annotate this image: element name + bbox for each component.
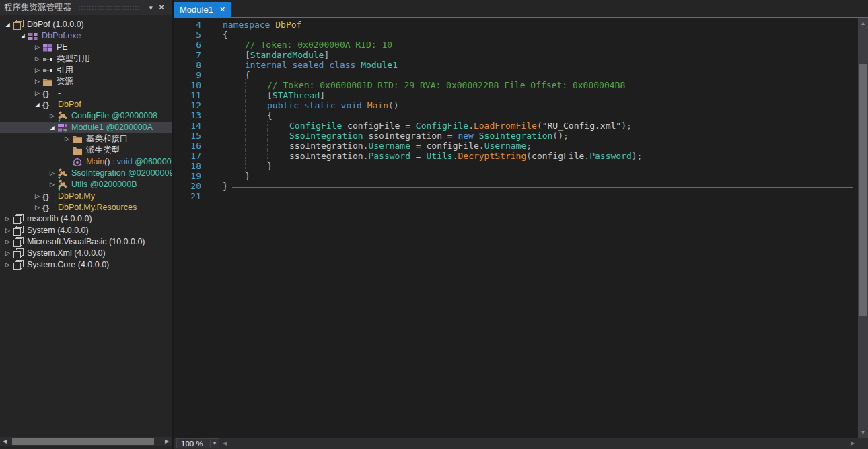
expander-icon[interactable]: ▷: [47, 110, 57, 122]
assembly-tree[interactable]: ◢DbPof (1.0.0.0)◢DbPof.exe▷PE▷类型引用▷引用▷资源…: [0, 15, 172, 434]
expander-icon[interactable]: ▷: [32, 76, 42, 88]
scroll-left-icon[interactable]: ◀: [0, 437, 9, 446]
scrollbar-thumb[interactable]: [859, 64, 867, 316]
expander-icon[interactable]: ▷: [32, 191, 42, 202]
expander-icon[interactable]: ◢: [32, 99, 42, 110]
scroll-down-icon[interactable]: ▼: [858, 427, 868, 438]
line-number: 13: [174, 110, 211, 120]
tab-label: Module1: [180, 5, 213, 15]
tree-item-pe[interactable]: ▷PE: [0, 42, 172, 53]
zoom-select[interactable]: 100 % ▾: [176, 438, 219, 448]
class-icon: [57, 180, 69, 191]
tree-item-module1[interactable]: ◢Module1 @0200000A: [0, 122, 172, 133]
line-number: 16: [174, 141, 211, 151]
expander-icon[interactable]: ▷: [3, 236, 13, 248]
tree-item-dbpof-exe[interactable]: ◢DbPof.exe: [0, 30, 172, 42]
code-text: }: [211, 181, 228, 191]
expander-icon[interactable]: ▷: [62, 133, 72, 145]
close-icon[interactable]: ✕: [155, 1, 168, 14]
assembly-tan-icon: [13, 20, 24, 30]
tab-close-icon[interactable]: ✕: [219, 5, 225, 14]
panel-drag-grip[interactable]: [78, 5, 141, 11]
chevron-down-icon[interactable]: ▾: [146, 1, 155, 14]
scrollbar-corner: [858, 438, 868, 449]
code-line: 14ConfigFile configFile = ConfigFile.Loa…: [174, 120, 858, 131]
expander-icon[interactable]: ▷: [47, 179, 57, 191]
tree-item-label: System.Core (4.0.0.0): [24, 259, 109, 271]
expander-icon[interactable]: ◢: [47, 122, 57, 133]
tree-horizontal-scrollbar[interactable]: ◀ ▶: [0, 437, 172, 446]
tree-item-label: System (4.0.0.0): [24, 225, 89, 236]
tree-item-system-core[interactable]: ▷System.Core (4.0.0.0): [0, 259, 172, 271]
tree-item-system-xml[interactable]: ▷System.Xml (4.0.0.0): [0, 248, 172, 259]
code-content: internal sealed class Module1: [211, 60, 858, 70]
editor-horizontal-scrollbar[interactable]: [230, 439, 847, 448]
code-line: 15SsoIntegration ssoIntegration = new Ss…: [174, 131, 858, 141]
line-number: 11: [174, 90, 211, 100]
code-line: 20}: [174, 181, 858, 191]
editor-vertical-scrollbar[interactable]: ▲ ▼: [858, 18, 868, 438]
code-line: 9{: [174, 70, 858, 80]
tree-item-resources[interactable]: ▷资源: [0, 76, 172, 88]
code-line: 8internal sealed class Module1: [174, 60, 858, 70]
module-class-icon: [57, 123, 69, 133]
tree-item-label: PE: [54, 42, 68, 53]
decompiled-code-view[interactable]: 4namespace DbPof5{6// Token: 0x0200000A …: [174, 18, 858, 438]
expander-icon[interactable]: ▷: [32, 42, 42, 53]
tree-item-namespace-dbpof-my-resources[interactable]: ▷{}DbPof.My.Resources: [0, 202, 172, 213]
namespace-icon: {}: [42, 203, 55, 213]
code-text: ConfigFile configFile = ConfigFile.LoadF…: [211, 120, 632, 131]
tree-item-ssointegration[interactable]: ▷SsoIntegration @02000009: [0, 168, 172, 179]
folder-icon: [72, 145, 83, 156]
line-number: 20: [174, 181, 211, 191]
tree-item-references[interactable]: ▷引用: [0, 65, 172, 76]
tree-item-mscorlib[interactable]: ▷mscorlib (4.0.0.0): [0, 213, 172, 225]
tree-item-derived-types[interactable]: 派生类型: [0, 145, 172, 156]
scrollbar-track[interactable]: [9, 437, 162, 446]
scroll-right-icon[interactable]: ▶: [162, 437, 172, 446]
scroll-left-icon[interactable]: ◀: [219, 440, 230, 446]
expander-icon[interactable]: ▷: [3, 213, 13, 225]
line-number: 17: [174, 151, 211, 161]
tree-item-configfile[interactable]: ▷ConfigFile @02000008: [0, 110, 172, 122]
code-text: ssoIntegration.Password = Utils.DecryptS…: [211, 151, 642, 161]
namespace-icon: {}: [42, 88, 55, 99]
code-line: 16ssoIntegration.Username = configFile.U…: [174, 141, 858, 151]
code-line: 18}: [174, 161, 858, 171]
scroll-right-icon[interactable]: ▶: [847, 440, 858, 446]
tree-item-microsoft-visualbasic[interactable]: ▷Microsoft.VisualBasic (10.0.0.0): [0, 236, 172, 248]
assembly-gray-icon: [13, 248, 24, 259]
expander-icon[interactable]: ▷: [3, 259, 13, 271]
chevron-down-icon[interactable]: ▾: [210, 439, 219, 448]
tree-item-utils[interactable]: ▷Utils @0200000B: [0, 179, 172, 191]
expander-icon[interactable]: ▷: [3, 248, 13, 259]
tab-module1[interactable]: Module1 ✕: [174, 2, 231, 17]
tree-item-base-types[interactable]: ▷基类和接口: [0, 133, 172, 145]
tree-item-label: 类型引用: [54, 53, 90, 65]
tree-item-type-references[interactable]: ▷类型引用: [0, 53, 172, 65]
line-number: 8: [174, 60, 211, 70]
expander-icon[interactable]: ▷: [32, 65, 42, 76]
line-number: 15: [174, 131, 211, 141]
expander-icon[interactable]: ▷: [47, 168, 57, 179]
panel-title: 程序集资源管理器: [4, 2, 71, 13]
tree-item-namespace-empty[interactable]: ▷{}-: [0, 88, 172, 99]
expander-icon[interactable]: ▷: [32, 202, 42, 213]
tree-item-label: -: [55, 88, 61, 99]
expander-icon[interactable]: ◢: [17, 30, 28, 42]
expander-icon[interactable]: ▷: [32, 53, 42, 65]
tree-item-label: DbPof.exe: [39, 30, 81, 42]
expander-icon[interactable]: ◢: [3, 19, 13, 30]
tree-item-namespace-dbpof-my[interactable]: ▷{}DbPof.My: [0, 191, 172, 202]
code-content: }: [211, 171, 858, 181]
tree-item-dbpof-assembly[interactable]: ◢DbPof (1.0.0.0): [0, 19, 172, 30]
tree-item-system[interactable]: ▷System (4.0.0.0): [0, 225, 172, 236]
code-text: public static void Main(): [211, 100, 399, 110]
expander-icon[interactable]: ▷: [3, 225, 13, 236]
class-icon: [57, 168, 69, 179]
scroll-up-icon[interactable]: ▲: [858, 18, 868, 28]
scrollbar-thumb[interactable]: [12, 438, 154, 445]
expander-icon[interactable]: ▷: [32, 88, 42, 99]
tree-item-namespace-dbpof[interactable]: ◢{}DbPof: [0, 99, 172, 110]
tree-item-main-method[interactable]: Main() : void @0600001D: [0, 156, 172, 168]
